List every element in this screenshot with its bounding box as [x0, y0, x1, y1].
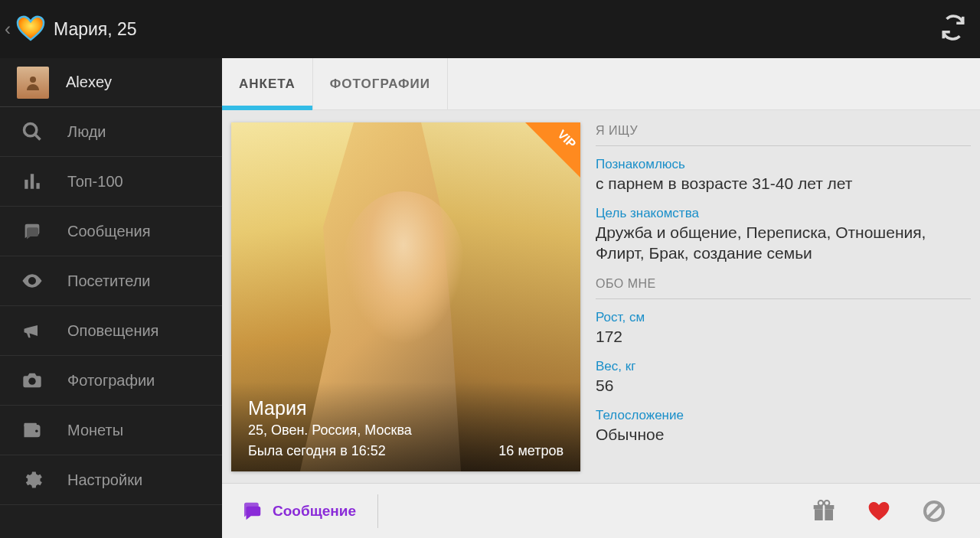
- wallet-icon: [18, 416, 46, 444]
- svg-rect-8: [24, 423, 37, 427]
- tab-photos[interactable]: ФОТОГРАФИИ: [313, 58, 448, 109]
- field-value: с парнем в возрасте 31-40 лет лет: [596, 174, 971, 194]
- bottom-bar: Сообщение: [222, 483, 980, 538]
- svg-rect-11: [825, 509, 833, 520]
- chat-icon: [18, 217, 46, 245]
- sidebar-item-label: Фотографии: [67, 372, 155, 390]
- refresh-icon[interactable]: [940, 15, 966, 44]
- eye-icon: [18, 267, 46, 295]
- sidebar-item-label: Монеты: [67, 422, 123, 439]
- profile-photo[interactable]: VIP Мария 25, Овен. Россия, Москва Была …: [231, 122, 580, 471]
- avatar: [17, 67, 49, 99]
- message-label: Сообщение: [273, 503, 356, 520]
- page-title: Мария, 25: [54, 19, 137, 40]
- sidebar-item-coins[interactable]: Монеты: [0, 406, 222, 455]
- sidebar-item-label: Сообщения: [67, 223, 151, 240]
- svg-rect-4: [31, 174, 34, 189]
- block-button[interactable]: [906, 499, 962, 523]
- sidebar-item-notifications[interactable]: Оповещения: [0, 306, 222, 356]
- search-icon: [18, 118, 46, 145]
- tabs: АНКЕТА ФОТОГРАФИИ: [222, 58, 980, 110]
- like-button[interactable]: [851, 499, 906, 523]
- bars-icon: [18, 168, 46, 195]
- svg-rect-3: [24, 180, 28, 189]
- sidebar-item-settings[interactable]: Настройки: [0, 455, 222, 505]
- sidebar-item-label: Люди: [67, 123, 106, 141]
- field-label: Познакомлюсь: [596, 157, 971, 172]
- sidebar-item-photos[interactable]: Фотографии: [0, 356, 222, 406]
- sidebar-item-messages[interactable]: Сообщения: [0, 207, 222, 256]
- tab-profile[interactable]: АНКЕТА: [222, 58, 313, 109]
- profile-info: Я ИЩУ Познакомлюсь с парнем в возрасте 3…: [596, 122, 971, 474]
- profile-name: Мария: [248, 397, 564, 419]
- field-label: Телосложение: [596, 408, 971, 423]
- sidebar-item-label: Посетители: [67, 272, 151, 290]
- sidebar-item-label: Настройки: [67, 471, 142, 489]
- sidebar-item-label: Оповещения: [67, 322, 158, 340]
- photo-overlay: Мария 25, Овен. Россия, Москва Была сего…: [231, 382, 580, 471]
- distance: 16 метров: [498, 443, 564, 459]
- svg-point-15: [825, 501, 830, 506]
- tab-label: ФОТОГРАФИИ: [330, 77, 430, 92]
- sidebar-item-label: Топ-100: [67, 173, 123, 191]
- svg-point-14: [818, 501, 824, 506]
- field-label: Цель знакомства: [596, 206, 971, 221]
- field-value: 56: [596, 376, 971, 396]
- megaphone-icon: [18, 317, 46, 344]
- sidebar-item-top100[interactable]: Топ-100: [0, 157, 222, 207]
- back-icon[interactable]: ‹: [5, 18, 11, 40]
- svg-point-7: [28, 378, 35, 385]
- profile-details: 25, Овен. Россия, Москва: [248, 422, 564, 439]
- main-content: АНКЕТА ФОТОГРАФИИ VIP Мария 25, Овен. Ро…: [222, 58, 980, 538]
- sidebar-item-visitors[interactable]: Посетители: [0, 256, 222, 306]
- field-value: Обычное: [596, 425, 971, 445]
- gift-button[interactable]: [796, 499, 851, 523]
- camera-icon: [18, 367, 46, 394]
- sidebar-user[interactable]: Alexey: [0, 58, 222, 107]
- svg-rect-5: [36, 183, 39, 189]
- app-header: ‹ Мария, 25: [0, 0, 980, 58]
- section-about: ОБО МНЕ: [596, 276, 971, 298]
- svg-line-17: [928, 505, 940, 517]
- svg-point-6: [31, 279, 34, 283]
- vip-badge: [525, 122, 580, 178]
- sidebar-user-name: Alexey: [66, 73, 112, 91]
- field-label: Рост, см: [596, 310, 971, 325]
- field-value: 172: [596, 327, 971, 347]
- tab-label: АНКЕТА: [239, 77, 296, 92]
- gear-icon: [18, 466, 46, 494]
- sidebar-item-people[interactable]: Люди: [0, 107, 222, 157]
- field-value: Дружба и общение, Переписка, Отношения, …: [596, 223, 971, 263]
- message-button[interactable]: Сообщение: [240, 494, 378, 528]
- field-label: Вес, кг: [596, 359, 971, 374]
- svg-point-1: [24, 124, 37, 136]
- svg-point-9: [35, 429, 38, 432]
- svg-rect-10: [815, 509, 823, 520]
- last-seen: Была сегодня в 16:52: [248, 443, 386, 459]
- svg-point-0: [30, 77, 36, 83]
- svg-line-2: [35, 135, 41, 140]
- app-logo-icon[interactable]: [12, 11, 49, 47]
- section-looking: Я ИЩУ: [596, 122, 971, 145]
- sidebar: Alexey Люди Топ-100 Сообщения Посетители: [0, 58, 222, 538]
